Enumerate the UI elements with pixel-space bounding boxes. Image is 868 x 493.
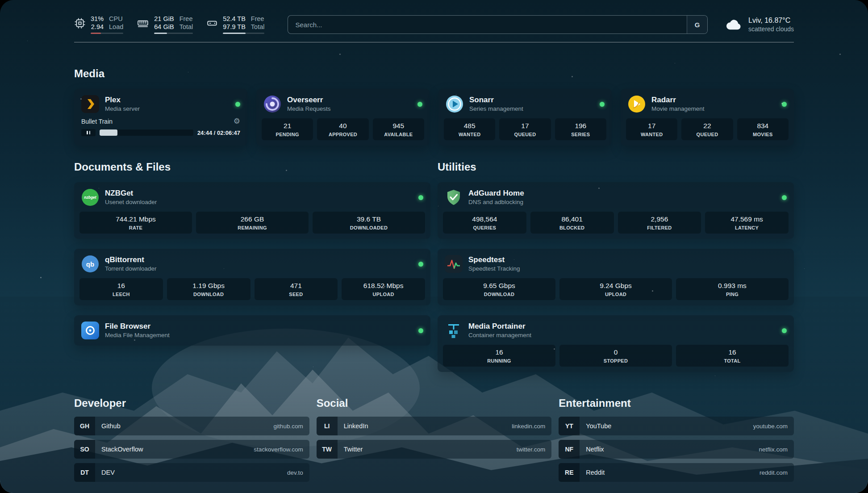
stat-downloaded: 39.6 TB DOWNLOADED [313,212,425,234]
nzbget-header[interactable]: nzbget NZBGet Usenet downloader [79,188,425,207]
memory-total-label: Total [179,23,193,30]
stat-remaining: 266 GB REMAINING [196,212,309,234]
bookmark-dev[interactable]: DT DEV dev.to [74,463,309,482]
media-section: Media Plex Media server [74,67,794,146]
bookmark-reddit[interactable]: RE Reddit reddit.com [559,463,794,482]
stat-queued: 17 QUEUED [499,118,551,140]
playback-time: 24:44 / 02:06:47 [197,130,240,136]
gear-icon[interactable]: ⚙ [234,117,240,125]
qbittorrent-icon: qb [81,255,99,273]
service-name: Speedtest [468,255,520,264]
entertainment-section: Entertainment YT YouTube youtube.com NF … [559,397,794,482]
speedtest-header[interactable]: Speedtest Speedtest Tracking [443,254,789,274]
status-dot [418,328,423,333]
cpu-load: 2.94 [91,23,104,30]
overseerr-card: Overseerr Media Requests 21 PENDING 40 A… [256,89,430,146]
bookmark-name: YouTube [586,422,611,430]
adguard-card: AdGuard Home DNS and adblocking 498,564 … [438,182,794,239]
service-subtitle: Movie management [651,105,705,113]
stat-value: 17 [501,122,549,130]
filebrowser-header[interactable]: File Browser Media File Management [79,321,425,340]
search-input[interactable] [288,16,687,33]
speedtest-card: Speedtest Speedtest Tracking 9.65 Gbps D… [438,249,794,305]
stat-value: 618.52 Mbps [343,282,423,290]
stat-series: 196 SERIES [555,118,606,140]
bookmark-name: Twitter [344,446,363,453]
nzbget-card: nzbget NZBGet Usenet downloader 74 [74,182,430,239]
disk-total-label: Total [251,23,265,30]
service-subtitle: Media File Management [105,332,170,339]
bookmark-github[interactable]: GH Github github.com [74,417,309,435]
utilities-section-title: Utilities [438,161,794,173]
disk-free: 52.4 TB [223,15,246,22]
playback-progress[interactable] [100,130,193,136]
filebrowser-icon [81,322,99,339]
status-dot [782,328,787,333]
stat-label: RATE [81,225,190,230]
stat-label: BLOCKED [532,225,612,230]
stat-label: UPLOAD [561,292,670,297]
bookmark-netflix[interactable]: NF Netflix netflix.com [559,440,794,459]
stat-stopped: 0 STOPPED [559,345,672,367]
adguard-shield-icon [445,188,463,206]
bookmark-abbr: LI [317,417,338,435]
stat-wanted: 485 WANTED [444,118,495,140]
stat-value: 16 [678,348,787,356]
portainer-header[interactable]: Media Portainer Container management [443,321,789,340]
dashboard-screen: 31% 2.94 CPU Load [0,0,868,493]
stat-label: PENDING [263,132,311,137]
bookmark-youtube[interactable]: YT YouTube youtube.com [559,417,794,435]
memory-free-label: Free [179,15,193,22]
stat-total: 16 TOTAL [676,345,789,367]
stat-blocked: 86,401 BLOCKED [530,212,614,234]
bookmark-name: Github [101,422,121,430]
radarr-card: Radarr Movie management 17 WANTED 22 QUE… [621,89,794,146]
cpu-percent: 31% [91,15,104,22]
memory-widget: 21 GiB 64 GiB Free Total [137,15,193,34]
stat-value: 17 [628,122,676,130]
disk-free-label: Free [251,15,265,22]
pause-button[interactable] [81,129,96,136]
service-name: Sonarr [469,96,523,104]
documents-section-title: Documents & Files [74,161,430,173]
cpu-widget: 31% 2.94 CPU Load [74,15,123,34]
cloud-icon [725,17,743,32]
developer-section: Developer GH Github github.com SO StackO… [74,397,309,482]
radarr-header[interactable]: Radarr Movie management [626,94,789,114]
qbittorrent-header[interactable]: qb qBittorrent Torrent downloader [79,254,425,274]
bookmark-twitter[interactable]: TW Twitter twitter.com [317,440,552,459]
disk-usage-bar [223,33,264,34]
stat-value: 498,564 [445,215,525,223]
service-name: Overseerr [287,96,331,104]
cpu-chip-icon [74,17,86,31]
stat-label: LEECH [81,292,161,297]
bookmark-abbr: TW [317,440,338,459]
stat-label: WANTED [446,132,493,137]
status-dot [782,102,787,107]
bookmark-linkedin[interactable]: LI LinkedIn linkedin.com [317,417,552,435]
overseerr-header[interactable]: Overseerr Media Requests [262,94,424,114]
stat-label: UPLOAD [343,292,423,297]
bookmark-url: twitter.com [517,446,546,453]
disk-total: 97.9 TB [223,23,246,30]
search-provider-button[interactable]: G [687,16,707,33]
status-dot [600,102,605,107]
stat-label: AVAILABLE [375,132,422,137]
cpu-label: CPU [109,15,123,22]
nzbget-icon-text: nzbget [84,195,97,200]
stat-label: DOWNLOAD [445,292,554,297]
bookmark-stackoverflow[interactable]: SO StackOverflow stackoverflow.com [74,440,309,459]
social-section-title: Social [317,397,552,409]
service-subtitle: Media server [105,105,140,113]
stat-approved: 40 APPROVED [317,118,368,140]
stat-value: 16 [445,348,554,356]
stat-ping: 0.993 ms PING [676,278,789,300]
stat-value: 86,401 [532,215,612,223]
plex-header[interactable]: Plex Media server [79,94,242,114]
sonarr-header[interactable]: Sonarr Series management [444,94,606,114]
stat-leech: 16 LEECH [79,278,163,300]
stat-value: 40 [319,122,367,130]
adguard-header[interactable]: AdGuard Home DNS and adblocking [443,188,789,207]
stat-label: DOWNLOADED [314,225,423,230]
bookmark-abbr: YT [559,417,580,435]
